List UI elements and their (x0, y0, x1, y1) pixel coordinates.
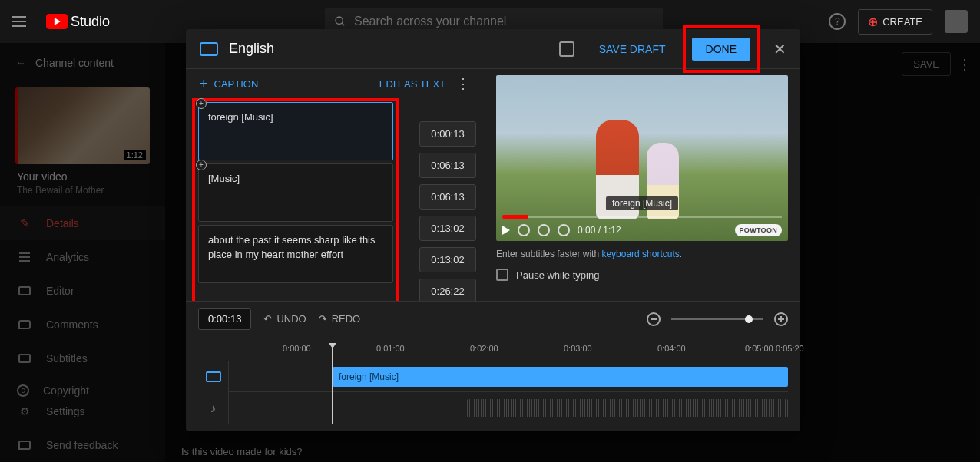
preview-panel: foreign [Music] 0:00 / 1:12 POWTOON Ente… (484, 69, 800, 301)
svg-line-1 (342, 23, 344, 25)
ruler-tick: 0:00:00 (283, 344, 311, 353)
timeline-track-headers (198, 361, 229, 424)
caption-start-time[interactable]: 0:13:02 (419, 247, 476, 272)
captions-track-icon (198, 361, 228, 393)
caption-overlay: foreign [Music] (606, 196, 678, 210)
play-icon[interactable] (502, 226, 510, 235)
svg-point-0 (336, 17, 343, 24)
caption-panel: + CAPTION EDIT AS TEXT ⋮ + foreign [Musi… (186, 69, 484, 301)
caption-text: foreign [Music] (208, 111, 273, 123)
video-preview[interactable]: foreign [Music] 0:00 / 1:12 POWTOON (496, 75, 788, 241)
more-options-icon[interactable]: ⋮ (456, 75, 470, 92)
timeline-ruler: 0:00:00 0:01:00 0:02:00 0:03:00 0:04:00 … (198, 344, 788, 356)
done-button[interactable]: DONE (692, 38, 750, 61)
caption-row[interactable]: + foreign [Music] (198, 102, 393, 160)
caption-end-time[interactable]: 0:06:13 (419, 153, 476, 178)
search-placeholder: Search across your channel (354, 15, 506, 28)
done-highlight: DONE (683, 25, 760, 73)
captions-icon (200, 42, 218, 56)
create-button[interactable]: ⊕ CREATE (858, 9, 932, 35)
zoom-in-icon[interactable] (774, 312, 788, 326)
insert-caption-icon[interactable]: + (196, 160, 207, 170)
create-plus-icon: ⊕ (868, 15, 878, 29)
keyboard-shortcuts-link[interactable]: keyboard shortcuts (601, 249, 679, 259)
caption-start-time[interactable]: 0:06:13 (419, 184, 476, 210)
caption-row[interactable]: + [Music] (198, 163, 393, 222)
ruler-tick: 0:03:00 (564, 344, 592, 353)
audio-track-icon (198, 393, 228, 424)
youtube-logo-icon (46, 14, 68, 29)
save-draft-button[interactable]: SAVE DRAFT (599, 43, 666, 55)
search-icon (334, 15, 346, 28)
redo-button[interactable]: ↷REDO (319, 313, 361, 325)
ruler-tick: 0:04:00 (657, 344, 686, 353)
zoom-out-icon[interactable] (647, 312, 661, 326)
audio-track[interactable] (229, 392, 788, 424)
rewind-icon[interactable] (518, 224, 530, 236)
current-time-input[interactable]: 0:00:13 (198, 308, 251, 330)
ruler-tick: 0:05:00 (745, 344, 773, 353)
caption-clip[interactable]: foreign [Music] (333, 367, 788, 387)
ruler-tick: 0:02:00 (470, 344, 498, 353)
caption-list: + foreign [Music] + [Music] about the pa… (198, 102, 393, 286)
create-label: CREATE (882, 16, 922, 28)
volume-icon[interactable] (558, 224, 570, 236)
brand-label: Studio (71, 14, 110, 30)
undo-button[interactable]: ↶UNDO (263, 313, 306, 325)
subtitle-editor-modal: English SAVE DRAFT DONE ✕ + CAPTION EDIT… (186, 29, 800, 431)
timeline-footer: 0:00:13 ↶UNDO ↷REDO 0:00:00 0:01:00 0:02… (186, 301, 800, 431)
caption-end-time[interactable]: 0:26:22 (419, 279, 476, 301)
playhead[interactable] (332, 348, 333, 424)
studio-brand[interactable]: Studio (46, 14, 110, 30)
progress-bar[interactable] (502, 216, 782, 218)
undo-icon: ↶ (263, 313, 272, 325)
caption-end-time[interactable]: 0:13:02 (419, 216, 476, 241)
caption-times-column: 0:00:13 0:06:13 0:06:13 0:13:02 0:13:02 … (419, 121, 476, 301)
edit-as-text-button[interactable]: EDIT AS TEXT (379, 78, 445, 90)
add-caption-button[interactable]: + CAPTION (200, 76, 258, 92)
insert-caption-icon[interactable]: + (196, 98, 207, 109)
modal-header: English SAVE DRAFT DONE ✕ (186, 29, 800, 69)
modal-title: English (229, 41, 274, 57)
time-display: 0:00 / 1:12 (578, 225, 621, 236)
ruler-tick: 0:05:20 (776, 344, 804, 353)
caption-text: [Music] (208, 173, 240, 184)
zoom-slider[interactable] (671, 318, 763, 320)
player-controls: 0:00 / 1:12 (502, 224, 621, 236)
keyboard-hint: Enter subtitles faster with keyboard sho… (496, 249, 788, 259)
forward-icon[interactable] (538, 224, 550, 236)
plus-icon: + (200, 76, 208, 92)
caption-start-time[interactable]: 0:00:13 (419, 121, 476, 147)
redo-icon: ↷ (319, 313, 327, 325)
feedback-icon[interactable] (559, 41, 574, 57)
pause-checkbox[interactable] (496, 269, 508, 281)
close-icon[interactable]: ✕ (773, 40, 786, 58)
caption-text: about the past it seems sharp like this … (208, 234, 376, 260)
powtoon-badge: POWTOON (735, 224, 782, 236)
menu-icon[interactable] (12, 12, 31, 31)
captions-track[interactable]: foreign [Music] (229, 361, 788, 392)
help-icon[interactable]: ? (829, 13, 846, 30)
caption-btn-label: CAPTION (214, 78, 259, 90)
ruler-tick: 0:01:00 (376, 344, 405, 353)
caption-row[interactable]: about the past it seems sharp like this … (198, 225, 393, 283)
timeline-body[interactable]: foreign [Music] (198, 361, 788, 424)
waveform (467, 399, 788, 417)
account-avatar[interactable] (945, 10, 968, 33)
pause-while-typing-row: Pause while typing (496, 269, 788, 281)
pause-label: Pause while typing (516, 269, 599, 281)
